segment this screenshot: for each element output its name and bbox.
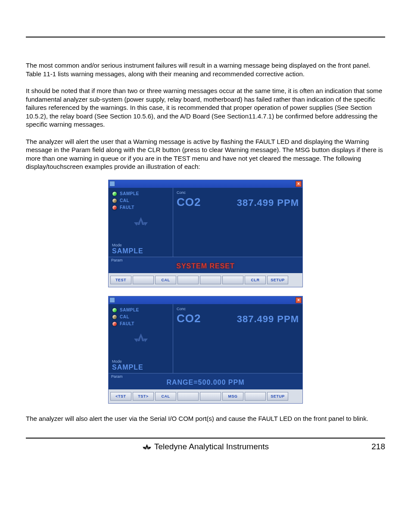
instrument-panel-1: × SAMPLE CAL FAULT — [108, 180, 303, 287]
footer-rule — [26, 438, 385, 439]
footer-text: Teledyne Analytical Instruments — [154, 442, 269, 451]
paragraph-3: The analyzer will alert the user that a … — [26, 137, 385, 171]
window-titlebar: × — [109, 180, 302, 188]
cal-button[interactable]: CAL — [155, 392, 176, 401]
fault-led-label: FAULT — [120, 321, 134, 326]
concentration-value: 387.499 PPM — [237, 314, 299, 325]
window-titlebar: × — [109, 296, 302, 304]
blank-button[interactable] — [177, 276, 199, 284]
mode-value: SAMPLE — [112, 364, 169, 371]
button-row: <TST TST> CAL MSG SETUP — [109, 389, 302, 403]
blank-button[interactable] — [222, 276, 243, 284]
conc-header: Conc — [177, 190, 299, 195]
led-cal: CAL — [112, 314, 169, 320]
blank-button[interactable] — [177, 392, 199, 401]
instrument-panel-2: × SAMPLE CAL FAULT — [108, 296, 303, 404]
paragraph-1: The most common and/or serious instrumen… — [26, 61, 385, 78]
setup-button[interactable]: SETUP — [267, 276, 288, 284]
close-icon[interactable]: × — [296, 181, 302, 187]
conc-header: Conc — [177, 307, 299, 311]
tst-prev-button[interactable]: <TST — [110, 392, 131, 401]
led-sample: SAMPLE — [112, 191, 169, 196]
paragraph-2: It should be noted that if more than two… — [26, 87, 385, 129]
paragraph-4: The analyzer will also alert the user vi… — [26, 414, 385, 423]
blank-button[interactable] — [133, 276, 154, 284]
led-cal: CAL — [112, 198, 169, 203]
page-footer: Teledyne Analytical Instruments 218 — [26, 442, 385, 451]
cal-led-icon — [112, 314, 117, 320]
sample-led-label: SAMPLE — [120, 191, 139, 196]
setup-button[interactable]: SETUP — [267, 392, 288, 401]
page-number: 218 — [371, 442, 385, 451]
blank-button[interactable] — [200, 276, 221, 284]
sample-led-icon — [112, 308, 117, 313]
top-rule — [26, 37, 385, 37]
led-fault: FAULT — [112, 321, 169, 327]
sample-led-label: SAMPLE — [120, 308, 139, 312]
blank-button[interactable] — [245, 392, 266, 401]
param-header: Param — [111, 374, 300, 379]
window-app-icon — [109, 297, 115, 303]
brand-logo — [112, 331, 169, 344]
test-button[interactable]: TEST — [110, 276, 131, 284]
brand-logo — [112, 215, 169, 227]
window-app-icon — [109, 181, 115, 187]
mode-header: Mode — [112, 359, 169, 364]
concentration-value: 387.499 PPM — [237, 197, 299, 208]
blank-button[interactable] — [200, 392, 221, 401]
fault-led-label: FAULT — [120, 205, 134, 210]
gas-label: CO2 — [177, 312, 201, 325]
cal-led-label: CAL — [120, 314, 129, 319]
close-icon[interactable]: × — [296, 297, 302, 303]
msg-button[interactable]: MSG — [222, 392, 243, 401]
cal-led-icon — [112, 198, 117, 203]
led-fault: FAULT — [112, 205, 169, 210]
param-message: RANGE=500.000 PPM — [111, 379, 300, 386]
clr-button[interactable]: CLR — [245, 276, 266, 284]
param-header: Param — [111, 258, 300, 262]
led-sample: SAMPLE — [112, 308, 169, 313]
mode-header: Mode — [112, 243, 169, 247]
tst-next-button[interactable]: TST> — [133, 392, 154, 401]
fault-led-icon — [112, 321, 117, 327]
sample-led-icon — [112, 191, 117, 196]
cal-button[interactable]: CAL — [155, 276, 176, 284]
cal-led-label: CAL — [120, 198, 129, 203]
fault-led-icon — [112, 205, 117, 210]
param-message: SYSTEM RESET — [111, 262, 300, 270]
mode-value: SAMPLE — [112, 247, 169, 255]
button-row: TEST CAL CLR SETUP — [109, 273, 302, 287]
footer-logo-icon — [142, 443, 152, 451]
gas-label: CO2 — [177, 196, 201, 209]
